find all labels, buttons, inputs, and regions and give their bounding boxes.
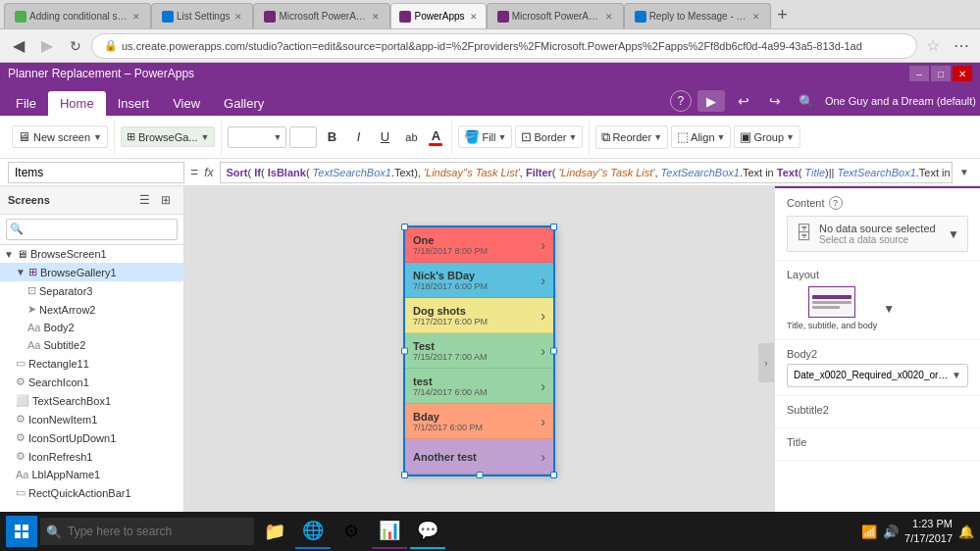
tab-insert[interactable]: Insert <box>106 91 162 116</box>
tree-item-nextarrow2[interactable]: ➤ NextArrow2 <box>0 300 183 319</box>
panel-search-input[interactable] <box>6 219 178 240</box>
selection-handle-tl[interactable] <box>401 224 408 230</box>
taskbar-clock[interactable]: 1:23 PM 7/17/2017 <box>904 517 953 547</box>
gallery-item-test[interactable]: Test 7/15/2017 7:00 AM › <box>405 333 553 369</box>
new-screen-button[interactable]: 🖥 New screen ▼ <box>12 125 108 148</box>
tree-item-body2[interactable]: Aa Body2 <box>0 319 183 336</box>
font-size-input[interactable] <box>289 126 317 148</box>
tree-item-rectangle11[interactable]: ▭ Rectangle11 <box>0 354 183 373</box>
favorites-button[interactable]: ☆ <box>920 33 946 59</box>
tab-home[interactable]: Home <box>48 91 106 116</box>
italic-button[interactable]: I <box>346 126 370 148</box>
selection-handle-bm[interactable] <box>476 472 483 478</box>
fill-button[interactable]: 🪣 Fill ▼ <box>458 125 512 148</box>
close-button[interactable]: ✕ <box>953 66 972 81</box>
reorder-button[interactable]: ⧉ Reorder ▼ <box>595 125 668 149</box>
back-button[interactable]: ◀ <box>6 33 31 59</box>
gallery-item-one[interactable]: One 7/18/2017 8:00 PM › <box>405 227 553 263</box>
selection-handle-br[interactable] <box>550 472 557 478</box>
selection-handle-ml[interactable] <box>401 348 408 355</box>
font-family-dropdown[interactable]: ▼ <box>228 126 286 148</box>
browser-menu-button[interactable]: ⋯ <box>949 33 974 59</box>
panel-grid-view-button[interactable]: ⊞ <box>156 190 176 210</box>
tab-close-icon[interactable]: ✕ <box>752 12 760 22</box>
tree-item-searchicon1[interactable]: ⚙ SearchIcon1 <box>0 373 183 391</box>
tree-item-textsearchbox1[interactable]: ⬜ TextSearchBox1 <box>0 391 183 410</box>
tab-ms-powerapps-2[interactable]: Microsoft PowerApps ✕ <box>487 3 624 28</box>
network-icon[interactable]: 📶 <box>861 525 877 539</box>
tree-item-separator3[interactable]: ⊡ Separator3 <box>0 281 183 300</box>
tree-item-iconnewitem1[interactable]: ⚙ IconNewItem1 <box>0 410 183 428</box>
layout-option-selected[interactable]: Title, subtitle, and body <box>787 286 877 331</box>
taskbar-edge-icon[interactable]: 🌐 <box>295 514 331 549</box>
start-button[interactable] <box>6 516 37 547</box>
name-box[interactable]: Items <box>8 162 184 183</box>
tab-view[interactable]: View <box>161 91 212 116</box>
user-menu[interactable]: One Guy and a Dream (default) <box>825 95 976 107</box>
taskbar-ie-icon[interactable]: ⚙ <box>334 514 369 549</box>
gallery-item-another-test[interactable]: Another test › <box>405 439 553 475</box>
taskbar-search-input[interactable] <box>68 525 254 538</box>
gallery-item-bday[interactable]: Bday 7/1/2017 6:00 PM › <box>405 404 553 439</box>
taskbar-office-icon[interactable]: 📊 <box>372 514 407 549</box>
minimize-button[interactable]: – <box>909 66 929 81</box>
gallery-item-test-lower[interactable]: test 7/14/2017 6:00 AM › <box>405 369 553 404</box>
maximize-button[interactable]: □ <box>931 66 951 81</box>
tab-file[interactable]: File <box>4 91 48 116</box>
datasource-selector[interactable]: 🗄 No data source selected Select a data … <box>787 216 968 252</box>
font-color-button[interactable]: A <box>426 128 445 146</box>
tree-item-subtitle2[interactable]: Aa Subtitle2 <box>0 336 183 354</box>
gallery-item-dogshots[interactable]: Dog shots 7/17/2017 6:00 PM › <box>405 298 553 333</box>
content-help-icon[interactable]: ? <box>829 196 843 210</box>
tab-ms-powerapps-1[interactable]: Microsoft PowerApps ✕ <box>253 3 390 28</box>
redo-button[interactable]: ↪ <box>762 90 788 112</box>
volume-icon[interactable]: 🔊 <box>883 525 899 539</box>
panel-list-view-button[interactable]: ☰ <box>134 190 154 210</box>
selection-handle-bl[interactable] <box>401 472 408 478</box>
gallery-frame[interactable]: One 7/18/2017 8:00 PM › Nick's BDay 7/18… <box>403 225 555 476</box>
font-group: ▼ B I U ab A <box>222 120 452 155</box>
tab-close-icon[interactable]: ✕ <box>372 12 380 22</box>
align-left-button[interactable]: ab <box>399 126 423 148</box>
tree-item-iconrefresh1[interactable]: ⚙ IconRefresh1 <box>0 447 183 466</box>
tab-list-settings[interactable]: List Settings ✕ <box>151 3 253 28</box>
canvas-right-edge[interactable]: › <box>758 343 774 382</box>
svg-rect-2 <box>15 532 21 538</box>
underline-button[interactable]: U <box>373 126 396 148</box>
tree-item-lblappname1[interactable]: Aa LblAppName1 <box>0 466 183 483</box>
formula-expand-button[interactable]: ▼ <box>956 162 972 183</box>
tab-close-icon[interactable]: ✕ <box>234 12 242 22</box>
tab-reply-message[interactable]: Reply to Message - Power ✕ <box>624 3 771 28</box>
tab-gallery[interactable]: Gallery <box>212 91 276 116</box>
refresh-button[interactable]: ↻ <box>63 33 88 59</box>
selection-handle-tr[interactable] <box>550 224 557 230</box>
tab-close-icon[interactable]: ✕ <box>470 12 478 22</box>
tab-close-icon[interactable]: ✕ <box>605 12 613 22</box>
tab-powerapps-active[interactable]: PowerApps ✕ <box>390 3 486 28</box>
search-button[interactable]: 🔍 <box>794 90 819 112</box>
browse-gallery-dropdown[interactable]: ⊞ BrowseGa... ▼ <box>121 126 215 147</box>
tree-item-iconsortupdown1[interactable]: ⚙ IconSortUpDown1 <box>0 428 183 447</box>
gallery-item-nicksbday[interactable]: Nick's BDay 7/18/2017 6:00 PM › <box>405 263 553 298</box>
address-bar[interactable]: 🔒 us.create.powerapps.com/studio?action=… <box>91 33 917 59</box>
new-tab-button[interactable]: + <box>771 3 795 26</box>
tree-item-rectquickactionbar1[interactable]: ▭ RectQuickActionBar1 <box>0 483 183 502</box>
align-button[interactable]: ⬚ Align ▼ <box>671 125 731 148</box>
taskbar-skype-icon[interactable]: 💬 <box>410 514 445 549</box>
forward-button[interactable]: ▶ <box>34 33 60 59</box>
tab-close-icon[interactable]: ✕ <box>132 12 140 22</box>
selection-handle-mr[interactable] <box>550 348 557 355</box>
group-button[interactable]: ▣ Group ▼ <box>734 125 800 148</box>
taskbar-explorer-icon[interactable]: 📁 <box>257 514 292 549</box>
help-button[interactable]: ? <box>670 90 692 112</box>
formula-input[interactable]: Sort( If( IsBlank( TextSearchBox1.Text),… <box>220 162 953 183</box>
border-button[interactable]: ⊡ Border ▼ <box>515 125 583 148</box>
tree-item-browse-gallery1[interactable]: ▼ ⊞ BrowseGallery1 <box>0 263 183 281</box>
bold-button[interactable]: B <box>320 126 343 148</box>
action-center-icon[interactable]: 🔔 <box>958 525 974 539</box>
play-button[interactable]: ▶ <box>697 90 725 112</box>
tab-adding-conditional[interactable]: Adding conditional staten ✕ <box>4 3 151 28</box>
tree-item-browse-screen1[interactable]: ▼ 🖥 BrowseScreen1 <box>0 245 183 263</box>
undo-button[interactable]: ↩ <box>731 90 756 112</box>
body2-dropdown[interactable]: Date_x0020_Required_x0020_or_x00 ▼ <box>787 364 968 387</box>
